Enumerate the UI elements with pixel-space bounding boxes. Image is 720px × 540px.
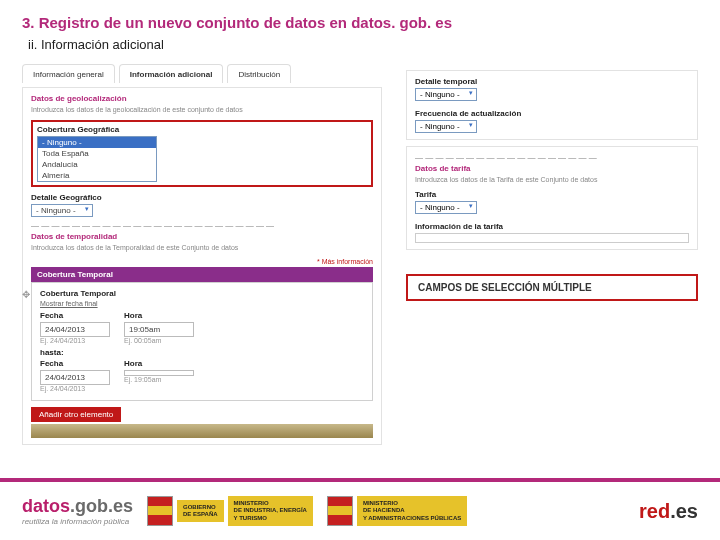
listbox-option[interactable]: Toda España xyxy=(38,148,156,159)
section-geolocalizacion: Datos de geolocalización xyxy=(31,94,373,103)
hint-fecha-fin: Ej. 24/04/2013 xyxy=(40,385,110,392)
tab-adicional[interactable]: Información adicional xyxy=(119,64,224,83)
listbox-option[interactable]: Andalucía xyxy=(38,159,156,170)
logo-gobierno-espana: GOBIERNO DE ESPAÑA MINISTERIO DE INDUSTR… xyxy=(147,496,313,526)
required-hint: * Más información xyxy=(31,258,373,265)
input-fecha-fin[interactable]: 24/04/2013 xyxy=(40,370,110,385)
divider: — — — — — — — — — — — — — — — — — — — — … xyxy=(31,221,373,230)
label-frecuencia: Frecuencia de actualización xyxy=(415,109,689,118)
gov-text-gobierno: GOBIERNO DE ESPAÑA xyxy=(177,500,224,522)
listbox-option[interactable]: Almería xyxy=(38,170,156,181)
gov-text-ministerio-hacienda: MINISTERIO DE HACIENDA Y ADMINISTRACIONE… xyxy=(357,496,467,526)
select-detalle-geografico[interactable]: - Ninguno - xyxy=(31,204,93,217)
input-fecha-inicio[interactable]: 24/04/2013 xyxy=(40,322,110,337)
slide-subtitle: ii. Información adicional xyxy=(28,37,698,52)
add-another-button[interactable]: Añadir otro elemento xyxy=(31,407,121,422)
logo-datos-gob: datos.gob.es reutiliza la información pú… xyxy=(22,496,133,526)
section-tarifa: Datos de tarifa xyxy=(415,164,689,173)
label-detalle-temporal: Detalle temporal xyxy=(415,77,689,86)
listbox-cobertura-geografica[interactable]: - Ninguno - Toda España Andalucía Almerí… xyxy=(37,136,157,182)
header-cobertura-temporal: Cobertura Temporal xyxy=(31,267,373,282)
geoloc-desc: Introduzca los datos de la geolocalizaci… xyxy=(31,105,373,114)
input-hora-inicio[interactable]: 19:05am xyxy=(124,322,194,337)
gov-text-ministerio-industria: MINISTERIO DE INDUSTRIA, ENERGÍA Y TURIS… xyxy=(228,496,313,526)
hint-hora-inicio: Ej. 00:05am xyxy=(124,337,194,344)
shield-icon xyxy=(327,496,353,526)
toggle-mostrar-fecha[interactable]: Mostrar fecha final xyxy=(40,300,364,307)
select-tarifa[interactable]: - Ninguno - xyxy=(415,201,477,214)
callout-multiple-selection: CAMPOS DE SELECCIÓN MÚLTIPLE xyxy=(406,274,698,301)
logo-red-es: red.es xyxy=(639,500,698,523)
temporalidad-desc: Introduzca los datos de la Temporalidad … xyxy=(31,243,373,252)
label-hora: Hora xyxy=(124,311,194,320)
form-tabs: Información general Información adiciona… xyxy=(22,64,382,83)
logo-ministerio-hacienda: MINISTERIO DE HACIENDA Y ADMINISTRACIONE… xyxy=(327,496,467,526)
footer: datos.gob.es reutiliza la información pú… xyxy=(0,478,720,540)
label-hasta: hasta: xyxy=(40,348,364,357)
tab-general[interactable]: Información general xyxy=(22,64,115,83)
hint-fecha-inicio: Ej. 24/04/2013 xyxy=(40,337,110,344)
select-detalle-temporal[interactable]: - Ninguno - xyxy=(415,88,477,101)
right-screenshot: Detalle temporal - Ninguno - Frecuencia … xyxy=(406,70,698,301)
input-info-tarifa[interactable] xyxy=(415,233,689,243)
highlight-cobertura-geografica: Cobertura Geográfica - Ninguno - Toda Es… xyxy=(31,120,373,187)
drag-handle-icon[interactable]: ✥ xyxy=(22,289,30,300)
hint-hora-fin: Ej. 19:05am xyxy=(124,376,194,383)
label-hora-fin: Hora xyxy=(124,359,194,368)
tarifa-desc: Introduzca los datos de la Tarifa de est… xyxy=(415,175,689,184)
listbox-option[interactable]: - Ninguno - xyxy=(38,137,156,148)
select-frecuencia[interactable]: - Ninguno - xyxy=(415,120,477,133)
divider: — — — — — — — — — — — — — — — — — — xyxy=(415,153,689,162)
bottom-plank xyxy=(31,424,373,438)
shield-icon xyxy=(147,496,173,526)
label-cobertura-temporal: Cobertura Temporal xyxy=(40,289,364,298)
label-tarifa: Tarifa xyxy=(415,190,689,199)
label-cobertura-geografica: Cobertura Geográfica xyxy=(37,125,367,134)
label-fecha-fin: Fecha xyxy=(40,359,110,368)
label-fecha: Fecha xyxy=(40,311,110,320)
label-info-tarifa: Información de la tarifa xyxy=(415,222,689,231)
label-detalle-geografico: Detalle Geográfico xyxy=(31,193,373,202)
left-screenshot: Información general Información adiciona… xyxy=(22,64,382,445)
slide-title: 3. Registro de un nuevo conjunto de dato… xyxy=(22,14,698,31)
tab-distribucion[interactable]: Distribución xyxy=(227,64,291,83)
section-temporalidad: Datos de temporalidad xyxy=(31,232,373,241)
